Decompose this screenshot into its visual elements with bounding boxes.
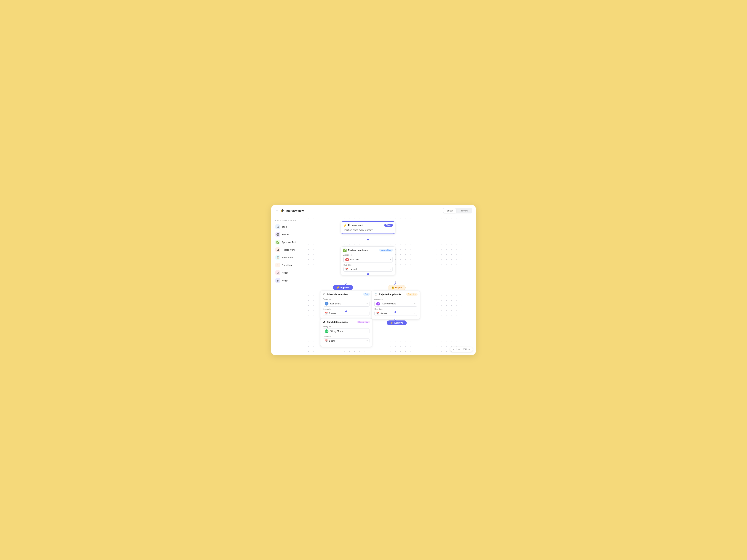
schedule-assignee-name: Judy Evans <box>330 302 341 305</box>
candidates-duedate-label: Due date <box>323 336 369 338</box>
candidates-assignee-label: Assignee <box>323 325 369 327</box>
task-icon: ☑ <box>275 224 280 229</box>
schedule-bottom-dot <box>345 311 347 312</box>
sidebar: DRAG & DROP ACTIONS ☑ Task 🔘 Button ✅ Ap… <box>272 216 306 355</box>
schedule-badge: Task <box>363 293 370 296</box>
review-duedate-arrow: ▾ <box>390 268 391 270</box>
back-button[interactable]: ← <box>275 209 278 213</box>
tab-editor[interactable]: Editor <box>443 208 456 213</box>
process-start-description: This flow starts every Monday <box>343 229 372 231</box>
record-view-label: Record View <box>282 248 295 251</box>
canvas[interactable]: ⚡ Process start Trigger This flow starts… <box>306 216 475 355</box>
button-icon: 🔘 <box>275 232 280 237</box>
action-label: Action <box>282 271 288 274</box>
rejected-assignee-select[interactable]: TW Tiago Woodard ▾ <box>375 301 417 306</box>
sidebar-item-task[interactable]: ☑ Task <box>274 223 303 231</box>
button-label: Button <box>282 233 289 236</box>
sidebar-item-table-view[interactable]: 📋 Table View <box>274 254 303 261</box>
header-tabs: Editor Preview <box>443 208 472 213</box>
rejected-duedate-value: 3 days <box>381 312 387 315</box>
approve-dot <box>345 284 347 285</box>
process-start-title: Process start <box>348 224 383 226</box>
tab-preview[interactable]: Preview <box>457 208 471 213</box>
review-duedate-value: 1 month <box>350 268 357 270</box>
process-start-icon: ⚡ <box>343 223 347 227</box>
rejected-assignee-label: Assignee <box>375 298 417 300</box>
review-assignee-label: Assignee <box>343 254 393 256</box>
stage-label: Stage <box>282 279 288 282</box>
process-start-badge: Trigger <box>384 224 393 226</box>
schedule-header: ☑ Schedule interview Task <box>320 291 372 297</box>
candidates-cal-icon: 📅 <box>325 340 328 342</box>
candidates-duedate-select[interactable]: 📅 5 days ▾ <box>323 338 369 343</box>
schedule-assignee-select[interactable]: JE Judy Evans ▾ <box>323 301 369 306</box>
node-process-start[interactable]: ⚡ Process start Trigger This flow starts… <box>341 221 395 234</box>
zoom-pointer-icon[interactable]: ↗ <box>453 348 455 351</box>
sidebar-item-condition[interactable]: ⑂ Condition <box>274 261 303 269</box>
candidates-title: Candidates emails <box>327 321 356 323</box>
table-view-label: Table View <box>282 256 293 259</box>
zoom-level: 100% <box>461 348 467 351</box>
rejected-assignee-name: Tiago Woodard <box>381 302 396 305</box>
schedule-assignee-arrow: ▾ <box>366 302 368 305</box>
node-candidates-emails[interactable]: 🗂 Candidates emails Record view Assignee… <box>320 318 372 347</box>
node-rejected-applicants[interactable]: 📋 Rejected applicants Table view Assigne… <box>372 291 420 319</box>
app-window: ← 🎓 Interview flow Editor Preview DRAG &… <box>272 205 475 355</box>
sidebar-item-button[interactable]: 🔘 Button <box>274 231 303 238</box>
sidebar-item-approval[interactable]: ✅ Approval Task <box>274 238 303 246</box>
schedule-body: Assignee JE Judy Evans ▾ Due date 📅 1 we… <box>320 297 372 319</box>
main-content: DRAG & DROP ACTIONS ☑ Task 🔘 Button ✅ Ap… <box>272 216 475 355</box>
review-duedate-label: Due date <box>343 264 393 266</box>
review-icon: ✅ <box>343 248 347 252</box>
review-badge: Approval task <box>379 249 393 251</box>
header-title: 🎓 Interview flow <box>281 209 304 213</box>
candidates-assignee-select[interactable]: SM Sidney Mckee ▾ <box>323 328 369 334</box>
review-cal-icon: 📅 <box>345 268 348 270</box>
node-review-candidate[interactable]: ✅ Review candidate Approval task Assigne… <box>341 246 395 275</box>
schedule-avatar: JE <box>325 302 329 305</box>
condition-icon: ⑂ <box>275 263 280 267</box>
connector-dot-rc-bottom <box>367 273 369 275</box>
approve-button-1[interactable]: ⚡ Approve <box>333 285 353 290</box>
reject-button[interactable]: 😮 Reject <box>388 285 406 290</box>
sidebar-item-action[interactable]: ⬡ Action <box>274 269 303 276</box>
candidates-assignee-arrow: ▾ <box>366 330 368 332</box>
zoom-out-button[interactable]: − <box>458 348 460 351</box>
process-start-body: This flow starts every Monday <box>341 228 395 234</box>
approval-label: Approval Task <box>282 241 297 243</box>
approve-button-2[interactable]: ⚡ Approve <box>387 320 407 325</box>
review-assignee-select[interactable]: ML Max Lee ▾ <box>343 257 393 263</box>
sidebar-section-title: DRAG & DROP ACTIONS <box>274 219 303 221</box>
rejected-cal-icon: 📅 <box>376 312 379 315</box>
schedule-duedate-value: 1 week <box>329 312 336 315</box>
approve1-label: Approve <box>340 286 349 289</box>
candidates-assignee-name: Sidney Mckee <box>330 330 343 332</box>
schedule-assignee-label: Assignee <box>323 298 369 300</box>
rejected-header: 📋 Rejected applicants Table view <box>372 291 420 297</box>
node-schedule-interview[interactable]: ☑ Schedule interview Task Assignee JE Ju… <box>320 291 372 319</box>
candidates-header: 🗂 Candidates emails Record view <box>320 318 372 325</box>
candidates-duedate-value: 5 days <box>329 340 335 342</box>
review-duedate-select[interactable]: 📅 1 month ▾ <box>343 267 393 272</box>
action-icon: ⬡ <box>275 270 280 275</box>
schedule-icon: ☑ <box>323 293 325 296</box>
rejected-title: Rejected applicants <box>379 293 405 296</box>
candidates-avatar: SM <box>325 329 329 333</box>
candidates-duedate-arrow: ▾ <box>366 340 368 342</box>
node-review-header: ✅ Review candidate Approval task <box>341 247 395 253</box>
review-avatar: ML <box>345 258 349 261</box>
approve2-label: Approve <box>394 322 403 324</box>
approve2-dot <box>394 319 396 321</box>
rejected-icon: 📋 <box>374 293 378 296</box>
sidebar-item-stage[interactable]: ◎ Stage <box>274 277 303 284</box>
approval-icon: ✅ <box>275 240 280 244</box>
review-assignee-name: Max Lee <box>350 258 359 261</box>
rejected-duedate-label: Due date <box>375 308 417 310</box>
sidebar-item-record-view[interactable]: 🗂 Record View <box>274 246 303 254</box>
rejected-bottom-dot <box>394 311 396 313</box>
zoom-share-icon[interactable]: ⤴ <box>456 348 457 351</box>
condition-label: Condition <box>282 264 292 267</box>
schedule-title: Schedule interview <box>327 293 362 296</box>
zoom-in-button[interactable]: + <box>468 348 470 351</box>
schedule-cal-icon: 📅 <box>325 312 328 315</box>
